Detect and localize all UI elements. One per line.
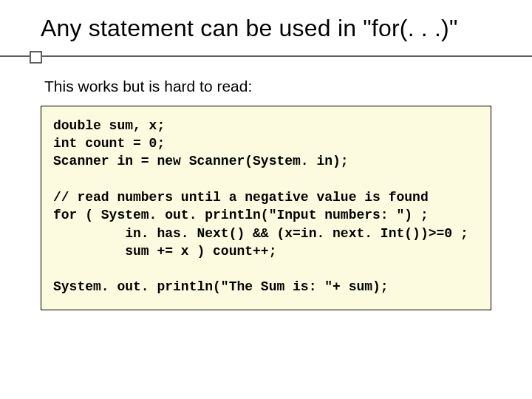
rule-line <box>0 55 532 57</box>
slide: Any statement can be used in "for(. . .)… <box>0 0 532 399</box>
code-block: double sum, x; int count = 0; Scanner in… <box>41 106 491 310</box>
slide-subtitle: This works but is hard to read: <box>0 64 532 95</box>
rule-box-icon <box>30 51 42 64</box>
title-wrap: Any statement can be used in "for(. . .)… <box>0 0 532 42</box>
title-rule <box>0 48 532 64</box>
slide-title: Any statement can be used in "for(. . .)… <box>41 15 502 42</box>
